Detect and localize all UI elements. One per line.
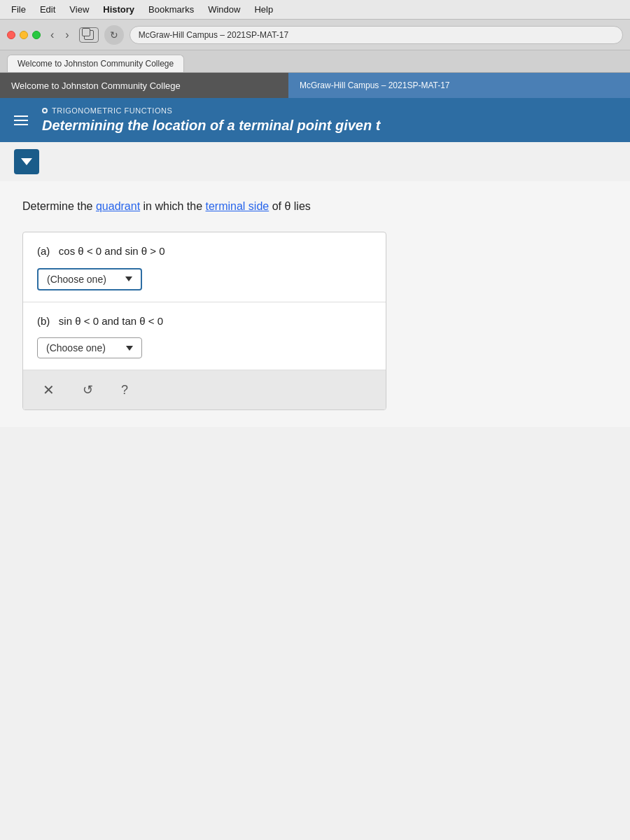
site-nav-right-text: McGraw-Hill Campus – 2021SP-MAT-17 [300,80,450,90]
close-button[interactable] [7,31,15,39]
hamburger-line-1 [14,115,28,117]
part-a-letter: (a) [37,245,50,257]
menu-help[interactable]: Help [254,4,273,15]
help-button[interactable]: ? [115,380,134,400]
quadrant-link[interactable]: quadrant [96,200,140,212]
subtitle-dot-icon [42,108,48,113]
header-subtitle-text: TRIGONOMETRIC FUNCTIONS [52,106,172,115]
part-b-condition: sin θ < 0 and tan θ < 0 [59,315,163,327]
part-a-select[interactable]: (Choose one) [37,268,142,290]
dropdown-b-arrow-icon [126,346,133,351]
address-bar-area: ↻ McGraw-Hill Campus – 2021SP-MAT-17 [104,25,623,45]
part-a-dropdown[interactable]: (Choose one) [37,268,372,290]
browser-chrome: ‹ › ↻ McGraw-Hill Campus – 2021SP-MAT-17 [0,20,630,50]
forward-button[interactable]: › [61,27,73,43]
site-top-nav: Welcome to Johnston Community College Mc… [0,73,630,98]
menu-bar: File Edit View History Bookmarks Window … [0,0,630,20]
nav-buttons: ‹ › [46,27,74,43]
header-subtitle: TRIGONOMETRIC FUNCTIONS [42,106,616,115]
hamburger-menu[interactable] [14,115,28,125]
redo-button[interactable]: ↺ [77,379,99,400]
question-box: (a) cos θ < 0 and sin θ > 0 (Choose one)… [22,232,386,410]
back-button[interactable]: ‹ [46,27,58,43]
reload-button[interactable]: ↻ [104,25,124,45]
menu-history[interactable]: History [103,4,134,15]
prompt-middle: in which the [140,200,205,212]
part-b-label: (b) sin θ < 0 and tan θ < 0 [37,314,372,330]
part-a-select-label: (Choose one) [47,274,106,285]
header-banner: TRIGONOMETRIC FUNCTIONS Determining the … [0,98,630,142]
action-buttons: ✕ ↺ ? [23,370,386,410]
address-bar[interactable]: McGraw-Hill Campus – 2021SP-MAT-17 [130,26,623,44]
menu-bookmarks[interactable]: Bookmarks [148,4,194,15]
terminal-side-link[interactable]: terminal side [206,200,270,212]
chevron-down-icon [21,158,32,165]
part-a-label: (a) cos θ < 0 and sin θ > 0 [37,244,372,260]
browser-tab[interactable]: Welcome to Johnston Community College [7,55,184,72]
clear-button[interactable]: ✕ [37,379,60,401]
part-b-select[interactable]: (Choose one) [37,337,142,358]
question-part-b: (b) sin θ < 0 and tan θ < 0 (Choose one) [23,302,386,371]
menu-window[interactable]: Window [208,4,240,15]
question-part-a: (a) cos θ < 0 and sin θ > 0 (Choose one) [23,232,386,302]
menu-view[interactable]: View [69,4,89,15]
part-a-condition: cos θ < 0 and sin θ > 0 [59,245,165,257]
hamburger-line-3 [14,124,28,125]
tab-label: Welcome to Johnston Community College [18,59,174,69]
dropdown-arrow-icon [125,276,132,281]
address-text: McGraw-Hill Campus – 2021SP-MAT-17 [139,30,289,40]
header-text: TRIGONOMETRIC FUNCTIONS Determining the … [42,106,616,134]
tab-switcher-icon [84,30,94,40]
minimize-button[interactable] [20,31,28,39]
page-content: Welcome to Johnston Community College Mc… [0,73,630,840]
header-title: Determining the location of a terminal p… [42,118,616,134]
part-b-letter: (b) [37,315,50,327]
main-content: Determine the quadrant in which the term… [0,181,630,427]
site-nav-left[interactable]: Welcome to Johnston Community College [0,73,288,98]
tab-switcher[interactable] [79,27,99,43]
part-b-dropdown[interactable]: (Choose one) [37,337,372,358]
menu-edit[interactable]: Edit [40,4,55,15]
hamburger-line-2 [14,120,28,121]
site-nav-left-text: Welcome to Johnston Community College [11,80,181,91]
part-b-select-label: (Choose one) [46,342,106,354]
prompt-before: Determine the [22,200,96,212]
traffic-lights [7,31,41,39]
tab-bar: Welcome to Johnston Community College [0,50,630,73]
fullscreen-button[interactable] [32,31,41,39]
site-nav-right[interactable]: McGraw-Hill Campus – 2021SP-MAT-17 [288,73,630,98]
question-prompt: Determine the quadrant in which the term… [22,198,608,215]
collapse-toggle[interactable] [14,149,39,174]
menu-file[interactable]: File [11,4,26,15]
prompt-after: of θ lies [269,200,311,212]
